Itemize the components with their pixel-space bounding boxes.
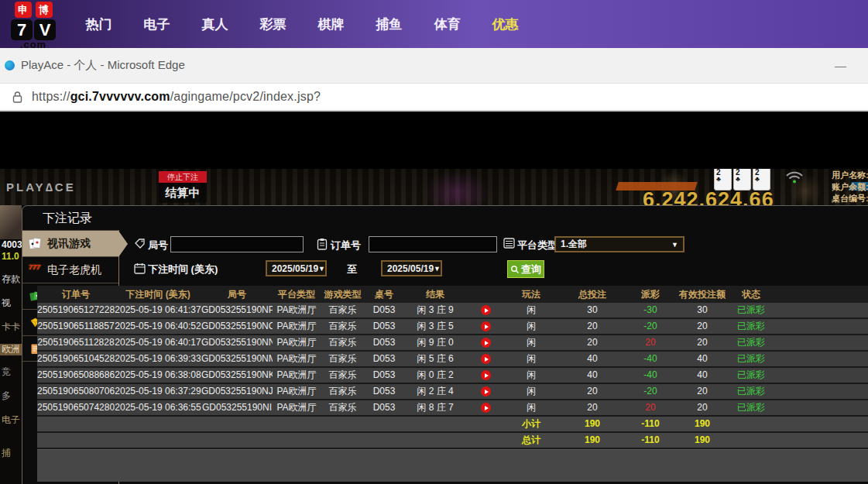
cell-play: 闲 — [504, 319, 558, 334]
minimize-button[interactable]: — — [835, 59, 846, 72]
cell-order: 250519065104528 — [37, 352, 115, 366]
site-logo[interactable]: 申 博 7 V .com — [6, 2, 60, 50]
replay-play-icon[interactable] — [481, 354, 491, 364]
platform-select[interactable]: 1.全部▼ — [554, 236, 684, 252]
sidebar-item-video-games[interactable]: 视讯游戏 — [22, 230, 118, 256]
cell-time: 2025-05-19 06:39:33 — [115, 352, 201, 366]
cell-valid-bet: 30 — [674, 303, 730, 318]
cell-game: 百家乐 — [321, 400, 365, 415]
total-payout: -110 — [626, 433, 674, 448]
stop-betting-banner: 停止下注 — [159, 171, 207, 183]
chevron-down-icon: ▼ — [318, 265, 325, 273]
frag-kaka: 卡卡 — [0, 321, 22, 333]
cell-status: 已派彩 — [730, 400, 772, 415]
playing-cards-icon — [29, 237, 42, 250]
cell-platform: PA欧洲厅 — [273, 400, 321, 415]
edge-icon — [5, 60, 15, 70]
subtotal-label: 小计 — [504, 417, 558, 431]
order-label: 订单号 — [331, 239, 361, 252]
cell-round: GD053255190NK — [201, 368, 273, 383]
cell-game: 百家乐 — [321, 335, 365, 350]
cell-table-no: D053 — [365, 335, 403, 350]
cell-play: 闲 — [504, 400, 558, 415]
frag-bu: 捕 — [0, 448, 22, 459]
nav-item-fishing[interactable]: 捕鱼 — [360, 15, 418, 33]
sidebar-item-slot-machines[interactable]: 777 电子老虎机 — [22, 256, 118, 283]
query-button[interactable]: 查询 — [507, 260, 544, 278]
cell-platform: PA欧洲厅 — [273, 319, 321, 334]
nav-item-sports[interactable]: 体育 — [418, 15, 476, 33]
replay-play-icon[interactable] — [481, 386, 491, 396]
bets-table: 订单号 下注时间 (美东) 局号 平台类型 游戏类型 桌号 结果 玩法 总投注 … — [37, 286, 868, 482]
url-path: /agingame/pcv2/index.jsp? — [170, 90, 321, 103]
frag-europe: 欧洲 — [0, 344, 22, 355]
replay-play-icon[interactable] — [481, 321, 491, 331]
cell-payout: 20 — [626, 400, 674, 415]
cell-payout: -30 — [626, 303, 674, 318]
replay-play-icon[interactable] — [481, 403, 491, 413]
cell-platform: PA欧洲厅 — [273, 384, 321, 399]
browser-url-bar[interactable]: https://gci.7vvvvvv.com/agingame/pcv2/in… — [0, 84, 868, 112]
nav-item-promo[interactable]: 优惠 — [476, 15, 534, 33]
logo-tile-v: V — [34, 19, 56, 40]
table-row: 250519065088686 2025-05-19 06:38:08 GD05… — [37, 368, 868, 384]
to-label: 至 — [347, 263, 357, 276]
browser-title-bar: PlayAce - 个人 - Microsoft Edge — — [0, 48, 868, 84]
casino-video-strip: PLAY∆CE 停止下注 结算中 2♣ 2♣ 2♣ 6,242,624.66 用… — [0, 169, 868, 205]
cell-total-bet: 40 — [558, 368, 626, 383]
date-from-select[interactable]: 2025/05/19▼ — [266, 260, 327, 276]
nav-item-board[interactable]: 棋牌 — [302, 15, 360, 33]
round-input[interactable] — [170, 236, 304, 252]
cell-table-no: D053 — [365, 303, 403, 318]
filters-area: 局号 订单号 平台类型 1.全部▼ — [119, 230, 868, 286]
lock-icon — [12, 91, 22, 103]
cell-play: 闲 — [504, 303, 558, 318]
total-row: 总计 190 -110 190 — [37, 433, 868, 449]
frag-balance-2: 11.0 — [0, 251, 22, 263]
cell-valid-bet: 40 — [674, 368, 730, 383]
cell-time: 2025-05-19 06:40:17 — [115, 335, 201, 350]
chevron-down-icon: ▼ — [434, 265, 441, 273]
dealt-cards: 2♣ 2♣ 2♣ — [714, 169, 772, 191]
cell-platform: PA欧洲厅 — [273, 335, 321, 350]
replay-play-icon[interactable] — [481, 338, 491, 348]
cell-order: 250519065074280 — [37, 400, 115, 415]
cell-result: 闲 3 庄 9 — [403, 303, 467, 318]
frag-dianzi: 电子 — [0, 414, 22, 426]
cell-game: 百家乐 — [321, 303, 365, 318]
nav-item-live[interactable]: 真人 — [186, 15, 244, 33]
table-body: 250519065127228 2025-05-19 06:41:37 GD05… — [37, 303, 868, 449]
replay-play-icon[interactable] — [481, 370, 491, 380]
cell-time: 2025-05-19 06:41:37 — [115, 303, 201, 318]
nav-item-slots[interactable]: 电子 — [128, 15, 186, 33]
order-input[interactable] — [369, 236, 497, 252]
nav-item-hot[interactable]: 热门 — [70, 15, 128, 33]
cell-order: 250519065088686 — [37, 368, 115, 383]
cell-payout: -40 — [626, 352, 674, 366]
frag-balance-1: 4003 — [0, 239, 22, 251]
cell-order: 250519065080706 — [37, 384, 115, 399]
cell-valid-bet: 20 — [674, 319, 730, 334]
table-row: 250519065112828 2025-05-19 06:40:17 GD05… — [37, 335, 868, 352]
cell-game: 百家乐 — [321, 319, 365, 334]
replay-play-icon[interactable] — [481, 305, 491, 315]
cell-table-no: D053 — [365, 368, 403, 383]
round-label: 局号 — [148, 239, 168, 252]
cell-time: 2025-05-19 06:37:29 — [115, 384, 201, 399]
cell-valid-bet: 20 — [674, 335, 730, 350]
cell-payout: -20 — [626, 384, 674, 399]
total-valid: 190 — [674, 433, 730, 448]
logo-badge-shen: 申 — [15, 2, 32, 18]
cell-platform: PA欧洲厅 — [273, 303, 321, 318]
nav-item-lottery[interactable]: 彩票 — [244, 15, 302, 33]
cell-order: 250519065118857 — [37, 319, 115, 334]
cell-total-bet: 20 — [558, 319, 626, 334]
table-header-row: 订单号 下注时间 (美东) 局号 平台类型 游戏类型 桌号 结果 玩法 总投注 … — [37, 286, 868, 303]
cell-result: 闲 3 庄 5 — [403, 319, 467, 334]
date-to-select[interactable]: 2025/05/19▼ — [381, 260, 442, 276]
cell-game: 百家乐 — [321, 368, 365, 383]
cell-round: GD053255190NP — [201, 303, 273, 318]
cell-total-bet: 20 — [558, 400, 626, 415]
betting-records-panel: 下注记录 视讯游戏 777 电子老虎机 桌面游戏 — [22, 205, 868, 484]
url-text[interactable]: https://gci.7vvvvvv.com/agingame/pcv2/in… — [32, 90, 321, 104]
